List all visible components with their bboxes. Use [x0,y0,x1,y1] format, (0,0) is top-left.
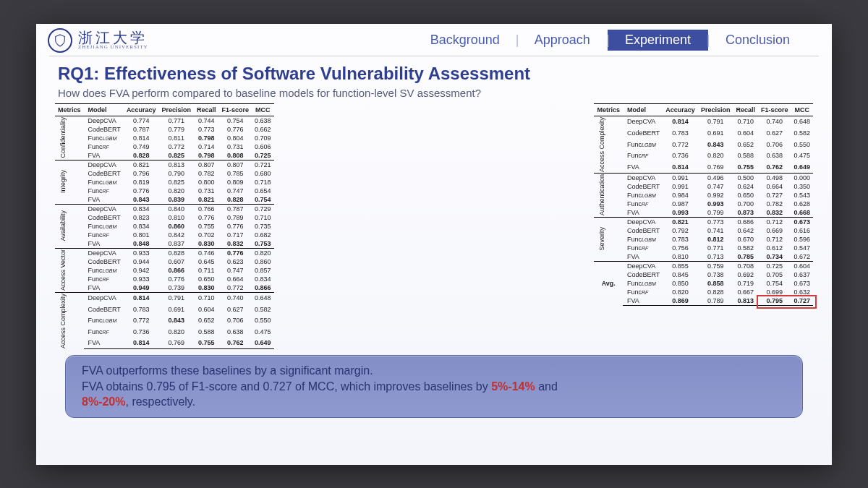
value-cell: 0.588 [194,326,219,337]
value-cell: 0.717 [218,231,252,239]
results-table-left: MetricsModelAccuracyPrecisionRecallF1-sc… [55,103,274,350]
nav-background[interactable]: Background [413,30,517,51]
value-cell: 0.869 [663,296,698,306]
model-cell: DeepCVA [84,116,124,125]
value-cell: 0.754 [758,279,791,288]
model-cell: FVA [84,337,124,348]
value-cell: 0.776 [218,222,252,231]
value-cell: 0.783 [663,127,698,139]
value-cell: 0.766 [194,204,219,213]
model-cell: FVA [84,239,124,249]
value-cell: 0.783 [663,235,698,244]
value-cell: 0.686 [733,217,758,226]
value-cell: 0.804 [218,134,252,142]
value-cell: 0.772 [158,142,194,151]
value-cell: 0.800 [194,178,219,187]
callout-line1: FVA outperforms these baselines by a sig… [82,363,786,379]
nav-conclusion[interactable]: Conclusion [708,30,807,51]
header: 浙江大学 ZHEJIANG UNIVERSITY BackgroundAppro… [36,24,832,56]
model-cell: FVA [623,161,663,173]
value-cell: 0.606 [252,142,274,151]
value-cell: 0.807 [218,160,252,169]
model-cell: FuncRF [84,326,124,337]
value-cell: 0.673 [791,279,813,288]
model-cell: FVA [84,283,124,293]
value-cell: 0.832 [218,239,252,249]
model-cell: FVA [84,151,124,160]
value-cell: 0.813 [158,160,194,169]
value-cell: 0.628 [791,200,813,208]
value-cell: 0.825 [158,151,194,160]
value-cell: 0.735 [252,222,274,231]
value-cell: 0.857 [252,266,274,275]
metric-confidentiality: Confidentiality [55,116,84,160]
value-cell: 0.604 [733,127,758,139]
metric-availability: Availability [55,204,84,248]
col-metrics: Metrics [594,103,623,116]
value-cell: 0.652 [194,315,219,326]
slide-title: RQ1: Effectiveness of Software Vulnerabi… [36,56,832,84]
value-cell: 0.627 [758,127,791,139]
value-cell: 0.642 [733,226,758,235]
model-cell: FuncRF [84,187,124,195]
value-cell: 0.725 [758,261,791,270]
col-model: Model [84,103,124,116]
col-f1-score: F1-score [758,103,791,116]
value-cell: 0.807 [194,160,219,169]
value-cell: 0.776 [194,213,219,222]
value-cell: 0.475 [252,326,274,337]
value-cell: 0.810 [158,213,194,222]
value-cell: 0.668 [791,208,813,218]
value-cell: 0.604 [791,261,813,270]
value-cell: 0.700 [733,200,758,208]
model-cell: CodeBERT [623,270,663,279]
model-cell: CodeBERT [84,257,124,266]
value-cell: 0.812 [698,235,733,244]
value-cell: 0.798 [194,151,219,160]
value-cell: 0.860 [252,257,274,266]
value-cell: 0.834 [124,222,159,231]
model-cell: FuncLGBM [623,139,663,150]
value-cell: 0.654 [252,187,274,195]
value-cell: 0.949 [124,283,159,293]
value-cell: 0.842 [158,231,194,239]
value-cell: 0.821 [194,195,219,205]
value-cell: 0.773 [194,125,219,134]
value-cell: 0.669 [758,226,791,235]
value-cell: 0.933 [124,248,159,257]
value-cell: 0.604 [194,304,219,314]
metric-avg.: Avg. [594,261,623,305]
value-cell: 0.825 [158,178,194,187]
value-cell: 0.712 [758,235,791,244]
value-cell: 0.623 [218,257,252,266]
nav-experiment[interactable]: Experiment [608,30,708,51]
value-cell: 0.718 [252,178,274,187]
value-cell: 0.612 [758,244,791,252]
value-cell: 0.773 [698,217,733,226]
value-cell: 0.801 [124,231,159,239]
model-cell: DeepCVA [623,116,663,127]
value-cell: 0.823 [124,213,159,222]
value-cell: 0.672 [791,252,813,262]
value-cell: 0.814 [663,161,698,173]
metric-access-complexity: Access Complexity [594,116,623,173]
value-cell: 0.820 [698,150,733,161]
value-cell: 0.759 [698,261,733,270]
model-cell: FuncLGBM [84,134,124,142]
value-cell: 0.582 [252,304,274,314]
value-cell: 0.638 [758,150,791,161]
value-cell: 0.843 [124,195,159,205]
value-cell: 0.830 [194,283,219,293]
metric-access-complexity: Access Complexity [55,292,84,349]
value-cell: 0.664 [758,182,791,191]
nav-approach[interactable]: Approach [517,30,608,51]
value-cell: 0.543 [791,191,813,200]
tables-area: MetricsModelAccuracyPrecisionRecallF1-sc… [36,103,832,350]
model-cell: CodeBERT [623,182,663,191]
callout-line2: FVA obtains 0.795 of F1-score and 0.727 … [82,379,786,395]
value-cell: 0.820 [663,288,698,296]
value-cell: 0.706 [758,139,791,150]
value-cell: 0.798 [194,134,219,142]
nav-tabs: BackgroundApproachExperimentConclusion [413,30,807,51]
value-cell: 0.796 [124,169,159,178]
